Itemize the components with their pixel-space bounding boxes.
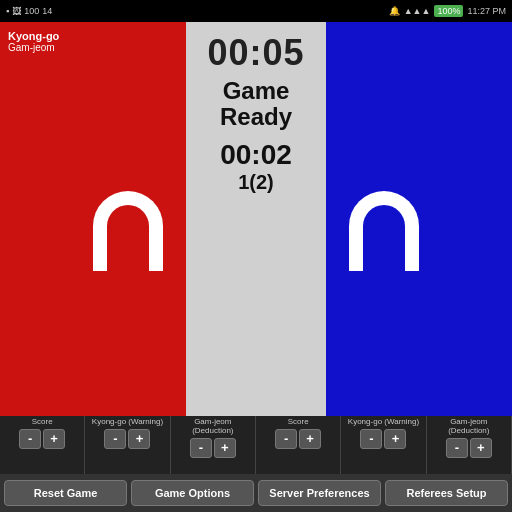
phone-frame: ▪ 🖼 100 14 🔔 ▲▲▲ 100% 11:27 PM Kyong-go … [0, 0, 512, 512]
notification-num: 14 [42, 6, 52, 16]
blue-kyonggo-minus[interactable]: - [360, 429, 382, 449]
status-right: 🔔 ▲▲▲ 100% 11:27 PM [389, 5, 506, 17]
red-arch-icon [93, 191, 163, 271]
secondary-timer: 00:02 [220, 139, 292, 171]
blue-score-plus[interactable]: + [299, 429, 321, 449]
battery-indicator: 100% [434, 5, 463, 17]
red-score-btns: - + [2, 429, 82, 449]
game-options-button[interactable]: Game Options [131, 480, 254, 506]
blue-kyonggo-group: Kyong-go (Warning) - + [341, 416, 426, 474]
red-kyonggo-minus[interactable]: - [104, 429, 126, 449]
blue-score-btns: - + [258, 429, 338, 449]
bottom-buttons: Reset Game Game Options Server Preferenc… [0, 474, 512, 512]
blue-gamjeom-group: Gam-jeom (Deduction) - + [427, 416, 512, 474]
blue-score-minus[interactable]: - [275, 429, 297, 449]
red-gamjeom-label: Gam-jeom (Deduction) [173, 418, 253, 436]
signal-num: 100 [24, 6, 39, 16]
red-gamjeom-plus[interactable]: + [214, 438, 236, 458]
blue-score-group: Score - + [256, 416, 341, 474]
red-gamjeom-group: Gam-jeom (Deduction) - + [171, 416, 256, 474]
red-kyonggo-plus[interactable]: + [128, 429, 150, 449]
red-kyonggo-group: Kyong-go (Warning) - + [85, 416, 170, 474]
game-ready-line2: Ready [220, 103, 292, 130]
photo-icon: 🖼 [12, 6, 21, 16]
red-score-minus[interactable]: - [19, 429, 41, 449]
main-timer: 00:05 [207, 32, 304, 74]
game-ready-text: Game Ready [220, 78, 292, 131]
blue-kyonggo-plus[interactable]: + [384, 429, 406, 449]
game-area: Kyong-go Gam-jeom Kyong-go Gam-jeom 00:0… [0, 22, 512, 512]
sim-icon: ▪ [6, 6, 9, 16]
red-score-label: Score [2, 418, 82, 427]
status-left: ▪ 🖼 100 14 [6, 6, 52, 16]
reset-game-button[interactable]: Reset Game [4, 480, 127, 506]
score-panels: Kyong-go Gam-jeom Kyong-go Gam-jeom 00:0… [0, 22, 512, 416]
blue-gamjeom-label: Gam-jeom (Deduction) [429, 418, 509, 436]
blue-gamjeom-plus[interactable]: + [470, 438, 492, 458]
clock: 11:27 PM [467, 6, 506, 16]
server-preferences-button[interactable]: Server Preferences [258, 480, 381, 506]
round-info: 1(2) [238, 171, 274, 194]
blue-gamjeom-minus[interactable]: - [446, 438, 468, 458]
signal-icon: ▲▲▲ [404, 6, 431, 16]
red-score-plus[interactable]: + [43, 429, 65, 449]
red-score-group: Score - + [0, 416, 85, 474]
alarm-icon: 🔔 [389, 6, 400, 16]
referees-setup-button[interactable]: Referees Setup [385, 480, 508, 506]
blue-kyonggo-label: Kyong-go (Warning) [343, 418, 423, 427]
blue-arch-icon [349, 191, 419, 271]
blue-kyonggo-btns: - + [343, 429, 423, 449]
blue-score-label: Score [258, 418, 338, 427]
game-ready-line1: Game [223, 77, 290, 104]
red-kyonggo-label: Kyong-go (Warning) [87, 418, 167, 427]
red-gamjeom-minus[interactable]: - [190, 438, 212, 458]
red-kyonggo-btns: - + [87, 429, 167, 449]
controls-row: Score - + Kyong-go (Warning) - + Gam-jeo… [0, 416, 512, 474]
status-bar: ▪ 🖼 100 14 🔔 ▲▲▲ 100% 11:27 PM [0, 0, 512, 22]
center-overlay: 00:05 Game Ready 00:02 1(2) [186, 22, 326, 416]
red-gamjeom-btns: - + [173, 438, 253, 458]
blue-gamjeom-btns: - + [429, 438, 509, 458]
